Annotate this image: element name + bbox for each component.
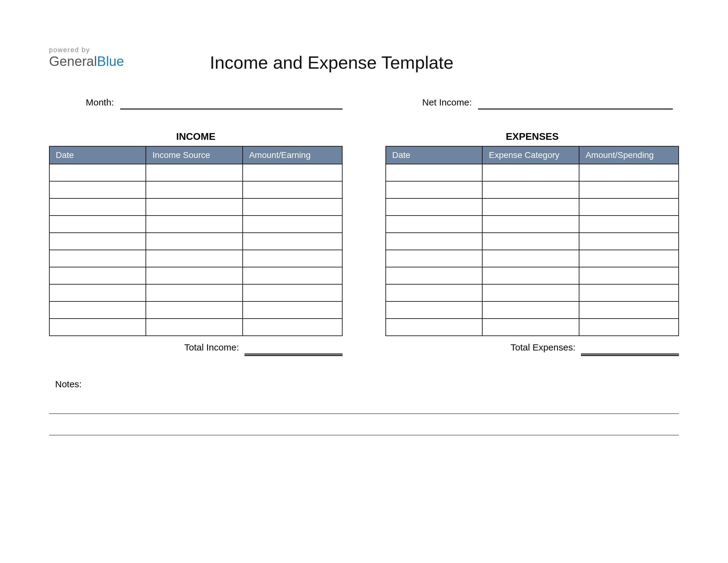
expenses-cell[interactable] <box>579 233 679 250</box>
income-cell[interactable] <box>146 302 242 319</box>
expenses-cell[interactable] <box>386 164 482 181</box>
income-cell[interactable] <box>243 181 342 198</box>
expenses-cell[interactable] <box>386 302 482 319</box>
expenses-cell[interactable] <box>386 284 482 302</box>
expenses-cell[interactable] <box>579 215 679 233</box>
income-cell[interactable] <box>49 319 146 336</box>
expenses-cell[interactable] <box>386 319 482 336</box>
net-income-input-line[interactable] <box>478 98 673 109</box>
net-income-field-group: Net Income: <box>385 97 673 109</box>
income-cell[interactable] <box>49 267 146 284</box>
notes-line[interactable] <box>49 399 679 414</box>
income-cell[interactable] <box>243 164 342 181</box>
expenses-cell[interactable] <box>386 215 482 233</box>
expenses-header-date: Date <box>386 146 482 164</box>
month-label: Month: <box>86 97 114 109</box>
income-title: INCOME <box>49 131 343 142</box>
page-title: Income and Expense Template <box>210 52 679 73</box>
income-cell[interactable] <box>146 233 242 250</box>
expenses-cell[interactable] <box>482 302 579 319</box>
expenses-cell[interactable] <box>386 181 482 198</box>
expenses-cell[interactable] <box>386 250 482 267</box>
expenses-cell[interactable] <box>482 198 579 215</box>
expenses-cell[interactable] <box>482 181 579 198</box>
income-cell[interactable] <box>146 284 242 302</box>
expenses-row <box>386 233 679 250</box>
income-cell[interactable] <box>146 267 242 284</box>
expenses-cell[interactable] <box>482 284 579 302</box>
expenses-title: EXPENSES <box>385 131 679 142</box>
expenses-row <box>386 302 679 319</box>
income-cell[interactable] <box>243 319 342 336</box>
income-cell[interactable] <box>49 250 146 267</box>
income-cell[interactable] <box>49 164 146 181</box>
expenses-header-amount: Amount/Spending <box>579 146 679 164</box>
income-tbody <box>49 164 342 336</box>
notes-lines <box>49 399 679 436</box>
income-row <box>49 319 342 336</box>
income-header-amount: Amount/Earning <box>243 146 342 164</box>
expenses-cell[interactable] <box>386 233 482 250</box>
expenses-cell[interactable] <box>482 233 579 250</box>
expenses-cell[interactable] <box>579 267 679 284</box>
income-cell[interactable] <box>146 181 242 198</box>
expenses-header-category: Expense Category <box>482 146 579 164</box>
income-row <box>49 164 342 181</box>
expenses-cell[interactable] <box>386 198 482 215</box>
expenses-cell[interactable] <box>579 164 679 181</box>
income-cell[interactable] <box>243 215 342 233</box>
income-cell[interactable] <box>49 284 146 302</box>
income-row <box>49 215 342 233</box>
income-total-line[interactable] <box>245 344 343 355</box>
expenses-cell[interactable] <box>482 250 579 267</box>
header: powered by GeneralBlue Income and Expens… <box>49 46 679 73</box>
expenses-section: EXPENSES Date Expense Category Amount/Sp… <box>385 131 679 355</box>
income-cell[interactable] <box>243 250 342 267</box>
income-cell[interactable] <box>146 164 242 181</box>
notes-label: Notes: <box>49 379 679 390</box>
income-cell[interactable] <box>146 250 242 267</box>
income-cell[interactable] <box>49 215 146 233</box>
expenses-cell[interactable] <box>579 284 679 302</box>
net-income-label: Net Income: <box>422 97 472 109</box>
income-cell[interactable] <box>243 302 342 319</box>
expenses-row <box>386 215 679 233</box>
income-row <box>49 267 342 284</box>
expenses-cell[interactable] <box>579 250 679 267</box>
expenses-row <box>386 284 679 302</box>
income-cell[interactable] <box>243 233 342 250</box>
income-cell[interactable] <box>146 198 242 215</box>
income-total-row: Total Income: <box>49 342 343 355</box>
income-cell[interactable] <box>49 181 146 198</box>
income-cell[interactable] <box>49 198 146 215</box>
expenses-cell[interactable] <box>482 319 579 336</box>
income-cell[interactable] <box>49 302 146 319</box>
notes-line[interactable] <box>49 420 679 436</box>
expenses-row <box>386 198 679 215</box>
expenses-cell[interactable] <box>482 267 579 284</box>
income-cell[interactable] <box>243 267 342 284</box>
income-row <box>49 198 342 215</box>
expenses-cell[interactable] <box>579 181 679 198</box>
income-cell[interactable] <box>243 284 342 302</box>
expenses-cell[interactable] <box>579 198 679 215</box>
expenses-total-line[interactable] <box>581 344 679 355</box>
expenses-cell[interactable] <box>579 302 679 319</box>
expenses-row <box>386 164 679 181</box>
expenses-cell[interactable] <box>579 319 679 336</box>
notes-section: Notes: <box>49 379 679 436</box>
expenses-row <box>386 319 679 336</box>
expenses-cell[interactable] <box>386 267 482 284</box>
income-cell[interactable] <box>146 215 242 233</box>
income-cell[interactable] <box>243 198 342 215</box>
income-row <box>49 233 342 250</box>
expenses-cell[interactable] <box>482 164 579 181</box>
income-cell[interactable] <box>49 233 146 250</box>
income-cell[interactable] <box>146 319 242 336</box>
month-input-line[interactable] <box>120 98 343 109</box>
expenses-row <box>386 181 679 198</box>
income-row <box>49 302 342 319</box>
expenses-cell[interactable] <box>482 215 579 233</box>
brand-name: GeneralBlue <box>49 55 124 68</box>
powered-by-text: powered by <box>49 46 124 54</box>
